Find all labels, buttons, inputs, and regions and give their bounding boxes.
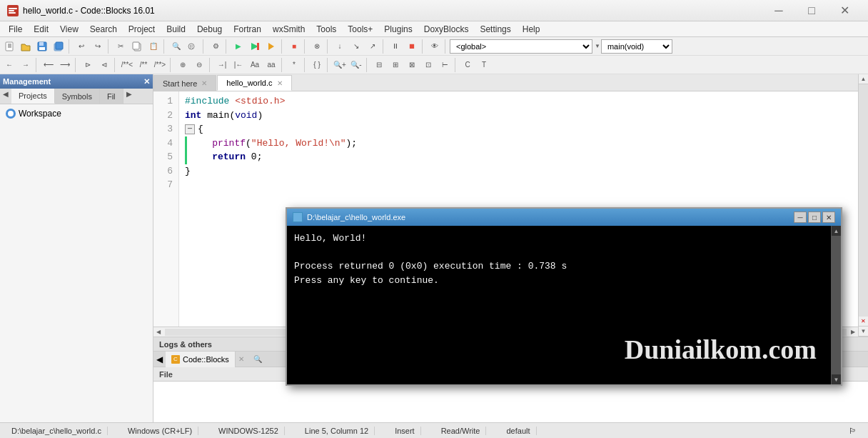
tb-doc-gen[interactable]: /**	[136, 57, 151, 73]
tb-gear[interactable]: ⚙	[208, 39, 223, 54]
hs-arrow-left[interactable]: ◀	[153, 327, 163, 337]
tb-unindent[interactable]: |←	[231, 57, 246, 73]
minimize-button[interactable]: ─	[762, 0, 795, 21]
tb-split-h[interactable]: ⊟	[371, 57, 387, 73]
tb-zoom-out[interactable]: 🔍-	[348, 57, 364, 73]
menu-tools[interactable]: Tools	[311, 23, 342, 36]
panel-tab-files[interactable]: Fil	[100, 89, 123, 104]
tb-select-all[interactable]: *	[286, 57, 302, 73]
tb-play[interactable]: ▶	[231, 39, 246, 54]
tb-sep-4	[203, 39, 206, 54]
tb-bookmark-prev[interactable]: ⊳	[80, 57, 96, 73]
menu-project[interactable]: Project	[123, 23, 161, 36]
tb-comment-block[interactable]: /**<	[119, 57, 135, 73]
toolbar-row-1: ↩ ↪ ✂ 📋 🔍 R ⚙ ▶ ■ ⊗ ↓ ↘ ↗ ⏸ ⏹	[0, 37, 868, 56]
bottom-search-btn[interactable]: 🔍	[250, 352, 266, 367]
tb-zoom-in[interactable]: 🔍+	[332, 57, 348, 73]
tb-jump-bookmark[interactable]: ⊕	[175, 57, 191, 73]
menu-doxyblocks[interactable]: DoxyBlocks	[418, 23, 475, 36]
tb-indent[interactable]: →|	[214, 57, 230, 73]
rsb-close-btn[interactable]: ✕	[859, 317, 868, 327]
tb-replace[interactable]: R	[185, 39, 201, 54]
tb-new[interactable]	[1, 39, 17, 54]
tb-upper[interactable]: Aa	[247, 57, 263, 73]
tb-stop-debug[interactable]: ⏹	[404, 39, 420, 54]
close-button[interactable]: ✕	[828, 0, 861, 21]
tb-match[interactable]: { }	[309, 57, 325, 73]
bottom-tab-codeblocks[interactable]: C Code::Blocks	[166, 352, 236, 367]
console-maximize[interactable]: □	[808, 211, 821, 223]
tb-jump-fwd[interactable]: ⟶	[57, 57, 73, 73]
tb-autocomplete[interactable]: C	[460, 57, 475, 73]
tb-build[interactable]	[263, 39, 279, 54]
workspace-item[interactable]: Workspace	[3, 107, 150, 120]
tb-find[interactable]: 🔍	[168, 39, 184, 54]
tb-cut[interactable]: ✂	[113, 39, 128, 54]
cs-arrow-down[interactable]: ▼	[832, 374, 841, 384]
tab-start-here-close[interactable]: ✕	[201, 79, 207, 87]
panel-tab-symbols[interactable]: Symbols	[55, 89, 100, 104]
tb-open[interactable]	[18, 39, 34, 54]
console-close[interactable]: ✕	[822, 211, 835, 223]
menu-help[interactable]: Help	[517, 23, 546, 36]
panel-close-btn[interactable]: ✕	[143, 77, 150, 86]
menu-build[interactable]: Build	[161, 23, 191, 36]
function-selector[interactable]: main(void)	[601, 39, 672, 54]
menu-wxsmith[interactable]: wxSmith	[267, 23, 311, 36]
panel-tab-projects[interactable]: Projects	[11, 89, 55, 104]
tb-bookmark-next[interactable]: ⊲	[96, 57, 112, 73]
tb-calltip[interactable]: T	[476, 57, 492, 73]
tb-lower[interactable]: aa	[263, 57, 279, 73]
tb-pause[interactable]: ⏸	[388, 39, 403, 54]
tb-watches[interactable]: 👁	[427, 39, 443, 54]
tb-save-all[interactable]	[51, 39, 66, 54]
tb-save[interactable]	[34, 39, 50, 54]
tb-split-less[interactable]: ⊢	[437, 57, 453, 73]
rsb-track[interactable]	[859, 84, 868, 317]
code-close-paren: )	[257, 109, 263, 123]
menu-fortran[interactable]: Fortran	[228, 23, 267, 36]
tb-stop[interactable]: ■	[286, 39, 302, 54]
panel-tab-arrow-left[interactable]: ◀	[0, 89, 11, 104]
menu-plugins[interactable]: Plugins	[378, 23, 418, 36]
console-minimize[interactable]: ─	[794, 211, 807, 223]
tb-paste[interactable]: 📋	[146, 39, 161, 54]
maximize-button[interactable]: □	[795, 0, 828, 21]
tab-hello-world-close[interactable]: ✕	[277, 79, 283, 87]
menu-file[interactable]: File	[3, 23, 28, 36]
rsb-arrow-up[interactable]: ▲	[859, 74, 868, 84]
menu-view[interactable]: View	[54, 23, 84, 36]
tb-redo[interactable]: ↪	[90, 39, 106, 54]
rsb-arrow-down[interactable]: ▼	[859, 327, 868, 337]
tab-start-here[interactable]: Start here ✕	[153, 75, 216, 91]
tb-debug-run[interactable]	[247, 39, 263, 54]
menu-toolsplus[interactable]: Tools+	[342, 23, 378, 36]
tb-comment-toggle[interactable]: /**>	[152, 57, 168, 73]
tb-forward[interactable]: →	[18, 57, 34, 73]
tb-unsplit[interactable]: ⊠	[404, 57, 420, 73]
tb-back[interactable]: ←	[1, 57, 17, 73]
scope-selector[interactable]: <global>	[450, 39, 592, 54]
menu-debug[interactable]: Debug	[191, 23, 228, 36]
tb-undo[interactable]: ↩	[74, 39, 89, 54]
bottom-tab-close[interactable]: ✕	[236, 355, 247, 363]
panel-tab-arrow-right[interactable]: ▶	[123, 89, 135, 104]
tb-step-in[interactable]: ↘	[348, 39, 364, 54]
tb-split-v[interactable]: ⊞	[388, 57, 403, 73]
menu-settings[interactable]: Settings	[474, 23, 516, 36]
tb-clear-bookmark[interactable]: ⊖	[191, 57, 207, 73]
tb-abort[interactable]: ⊗	[309, 39, 325, 54]
hs-arrow-right[interactable]: ▶	[848, 327, 858, 337]
cs-arrow-up[interactable]: ▲	[832, 226, 841, 236]
fold-button[interactable]: ─	[185, 124, 195, 134]
menu-edit[interactable]: Edit	[28, 23, 54, 36]
tb-split-more[interactable]: ⊡	[420, 57, 436, 73]
tab-hello-world[interactable]: hello_world.c ✕	[217, 75, 291, 91]
cs-track[interactable]	[832, 236, 841, 374]
tb-copy[interactable]	[129, 39, 145, 54]
bottom-tab-arrow-left[interactable]: ◀	[153, 354, 166, 364]
tb-next-line[interactable]: ↓	[332, 39, 348, 54]
tb-step-out[interactable]: ↗	[365, 39, 380, 54]
tb-jump-back[interactable]: ⟵	[41, 57, 56, 73]
menu-search[interactable]: Search	[84, 23, 123, 36]
